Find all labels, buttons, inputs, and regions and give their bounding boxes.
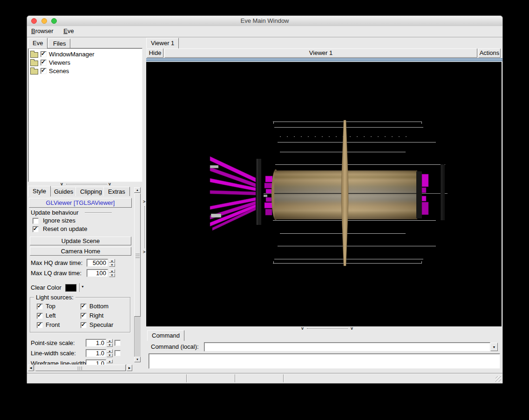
ignore-sizes-checkbox[interactable] [33, 218, 39, 224]
scroll-right-icon[interactable]: ▶ [127, 365, 132, 371]
barrel-left-endcap-blocks [264, 176, 272, 215]
menu-browser[interactable]: Browser [27, 26, 58, 36]
hide-button[interactable]: Hide [147, 48, 163, 58]
tab-style[interactable]: Style [28, 186, 51, 196]
actions-menu-button[interactable]: Actions [478, 48, 501, 58]
chevron-down-icon: v [301, 326, 304, 330]
editor-vertical-scrollbar[interactable]: ▲ ▼ [134, 187, 141, 362]
window-title: Eve Main Window [27, 16, 502, 26]
wireframe-entry[interactable]: 1.0 [86, 359, 106, 365]
scroll-up-icon[interactable]: ▲ [134, 187, 141, 193]
spin-down-icon[interactable]: ▼ [109, 273, 115, 277]
light-bottom-label[interactable]: Bottom [89, 303, 109, 310]
menu-eve[interactable]: Eve [59, 26, 78, 36]
line-width-label: Line-width scale: [31, 350, 76, 357]
max-lq-entry[interactable]: 100 [87, 269, 108, 277]
spin-down-icon[interactable]: ▼ [109, 263, 115, 267]
viewer-toolbar: Hide Viewer 1 Actions [146, 48, 502, 58]
window-resize-grip[interactable] [495, 376, 501, 382]
command-input[interactable] [204, 342, 490, 352]
ignore-sizes-label[interactable]: Ignore sizes [43, 217, 75, 224]
scrollbar-thumb[interactable] [134, 193, 141, 317]
scroll-left-icon[interactable]: ◀ [28, 365, 34, 371]
camera-home-button[interactable]: Camera Home [30, 247, 131, 256]
spin-down-icon[interactable]: ▼ [107, 353, 113, 357]
status-divider [235, 374, 236, 382]
heading-rule [85, 212, 112, 213]
checkmark-icon: ✓ [33, 225, 38, 232]
status-bar [27, 373, 502, 383]
light-bottom-checkbox[interactable]: ✓ [81, 304, 87, 310]
tree-item-checkbox[interactable]: ✓ [41, 51, 47, 57]
line-width-spinner: ▲ ▼ [107, 349, 113, 357]
light-top-label[interactable]: Top [46, 303, 55, 310]
tree-item-label[interactable]: WindowManager [49, 51, 95, 58]
clear-color-swatch[interactable] [65, 284, 77, 292]
splitter-dotted-line [307, 328, 348, 329]
detector-3d-scene [146, 62, 502, 326]
eve-main-window: Eve Main Window Browser Eve Eve Files ✓ … [27, 15, 503, 384]
tab-files[interactable]: Files [48, 39, 70, 48]
line-width-entry[interactable]: 1.0 [86, 349, 106, 357]
point-size-spinner: ▲ ▼ [107, 339, 113, 347]
spin-down-icon[interactable]: ▼ [107, 343, 113, 347]
checkmark-icon: ✓ [81, 321, 86, 328]
point-size-checkbox[interactable] [115, 340, 121, 346]
chevron-right-icon: > [143, 250, 145, 254]
spin-up-icon[interactable]: ▲ [109, 269, 115, 273]
point-size-entry[interactable]: 1.0 [86, 339, 106, 347]
viewer-command-splitter[interactable]: v v [146, 326, 502, 330]
light-left-checkbox[interactable]: ✓ [37, 313, 43, 319]
reset-on-update-label[interactable]: Reset on update [43, 225, 87, 233]
max-hq-entry[interactable]: 5000 [87, 259, 108, 267]
spin-up-icon[interactable]: ▲ [107, 359, 113, 363]
editor-horizontal-scrollbar[interactable]: ◀ ▶ [28, 365, 132, 371]
tree-editor-splitter[interactable]: v v [28, 182, 142, 186]
reset-on-update-checkbox[interactable]: ✓ [33, 226, 39, 232]
checkmark-icon: ✓ [37, 312, 42, 318]
tab-clipping[interactable]: Clipping [75, 187, 107, 196]
spin-up-icon[interactable]: ▲ [109, 259, 115, 263]
scrollbar-thumb[interactable] [35, 365, 126, 371]
light-specular-checkbox[interactable]: ✓ [81, 322, 87, 328]
right-dark-support [441, 164, 445, 220]
spin-up-icon[interactable]: ▲ [107, 339, 113, 343]
viewer-frame-title[interactable]: Viewer 1 [164, 48, 477, 58]
light-left-label[interactable]: Left [46, 312, 56, 319]
light-front-label[interactable]: Front [46, 321, 60, 329]
gl-viewport[interactable] [146, 62, 502, 326]
scroll-down-icon[interactable]: ▼ [134, 357, 141, 362]
tree-item-label[interactable]: Scenes [49, 68, 69, 75]
combo-dropdown-icon[interactable]: ▼ [490, 343, 498, 351]
line-width-checkbox[interactable] [115, 350, 121, 356]
tab-viewer-1[interactable]: Viewer 1 [146, 38, 179, 48]
tree-item-label[interactable]: Viewers [49, 59, 70, 67]
update-behaviour-heading: Update behaviour [31, 209, 79, 217]
tree-item-checkbox[interactable]: ✓ [41, 60, 47, 66]
command-local-label: Command (local): [151, 343, 199, 351]
glviewer-class-button[interactable]: GLViewer [TGLSAViewer] [29, 198, 132, 208]
command-output [149, 353, 500, 369]
tab-eve[interactable]: Eve [28, 38, 47, 48]
light-right-label[interactable]: Right [89, 312, 103, 319]
light-right-checkbox[interactable]: ✓ [81, 313, 87, 319]
light-specular-label[interactable]: Specular [89, 321, 113, 329]
window-titlebar[interactable]: Eve Main Window [27, 16, 502, 27]
tab-command[interactable]: Command [147, 330, 184, 341]
update-scene-button[interactable]: Update Scene [30, 237, 131, 245]
color-picker-divider [79, 283, 80, 292]
clear-color-dropdown-icon[interactable]: ▼ [81, 285, 84, 288]
main-vertical-splitter[interactable]: > > [142, 38, 146, 372]
checkmark-icon: ✓ [41, 59, 46, 65]
max-hq-label: Max HQ draw time: [31, 259, 82, 267]
splitter-dotted-line [144, 206, 145, 248]
command-tabbar: Command [147, 330, 502, 340]
tree-item-checkbox[interactable]: ✓ [41, 68, 47, 74]
checkmark-icon: ✓ [37, 303, 42, 309]
viewer-selection-highlight [146, 58, 502, 62]
tab-guides[interactable]: Guides [49, 187, 78, 196]
spin-up-icon[interactable]: ▲ [107, 349, 113, 353]
tab-extras[interactable]: Extras [103, 187, 130, 196]
light-front-checkbox[interactable]: ✓ [37, 322, 43, 328]
light-top-checkbox[interactable]: ✓ [37, 304, 43, 310]
